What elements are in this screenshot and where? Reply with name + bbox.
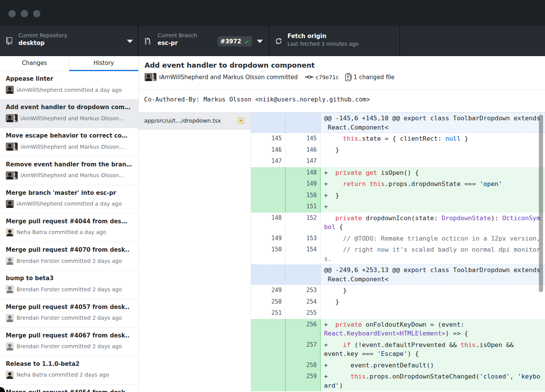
diff-old-line-number: 147 [251,156,286,167]
diff-row-context[interactable]: 148152 private dropdownIcon(state: Dropd… [251,213,545,233]
fetch-origin-button[interactable]: Fetch origin Last fetched 3 minutes ago [269,26,400,56]
diff-new-line-number [286,113,321,133]
diff-new-line-number: 153 [286,233,321,244]
tab-bar: Changes History [0,56,138,71]
commit-item-meta: Brendan Forster committed 2 days ago [6,285,133,293]
diff-scrollbar-thumb[interactable] [539,115,543,292]
commit-list-item[interactable]: Merge pull request #4070 from desk..Bren… [0,242,138,271]
file-modified-icon [238,117,244,124]
diff-code: @@ -249,6 +253,13 @@ export class Toolba… [321,265,545,284]
diff-new-line-number: 254 [286,296,321,308]
tab-changes[interactable]: Changes [0,56,69,71]
close-button[interactable] [8,10,16,17]
commit-item-meta: iAmWillShepherd and Markus Olsson… [6,171,133,179]
avatar [6,257,14,265]
diff-new-line-number: 259 [286,371,321,391]
commit-item-avatars [6,171,18,179]
commit-list-item[interactable]: Remove event handler from the bran…iAmWi… [0,157,138,185]
commit-item-meta: iAmWillShepherd and Markus Olsson… [6,114,133,122]
diff-new-line-number: 258 [286,360,321,371]
commit-list-item[interactable]: Merge branch 'master' into esc-priAmWill… [0,185,138,214]
avatar [6,86,14,94]
branch-dropdown-button[interactable]: Current Branch esc-pr #3972 [138,26,269,56]
traffic-lights [8,10,40,17]
diff-row-add[interactable]: 149+ return this.props.dropdownState ===… [251,178,545,190]
diff-old-line-number [251,371,286,391]
avatar [6,200,14,208]
fetch-title: Fetch origin [287,32,359,40]
changed-file-path: app/src/ui/t…/dropdown.tsx [144,118,234,124]
diff-row-context[interactable]: 149153 // @TODO: Remake triangle octicon… [251,233,545,244]
diff-old-line-number [251,265,286,284]
commit-list-item[interactable]: Merge pull request #4057 from desk..Bren… [0,299,138,328]
commit-item-meta: Neha Batra committed a day ago [6,228,133,236]
diff-row-context[interactable]: 147147 [251,156,545,167]
diff-old-line-number: 149 [251,233,286,244]
commit-history-list: Appease linteriAmWillShepherd committed … [0,71,138,392]
diff-code: // right now it's scaled badly on normal… [321,244,545,264]
commit-list-item[interactable]: Move escape behavior to correct co…iAmWi… [0,128,138,156]
tab-history[interactable]: History [69,56,138,71]
commit-list-item[interactable]: bump to beta3Brendan Forster committed 2… [0,271,138,299]
commit-item-avatars [6,86,14,94]
repository-dropdown-button[interactable]: Current Repository desktop [0,26,138,56]
zoom-button[interactable] [33,10,40,17]
commit-list-item[interactable]: Release to 1.1.0-beta2Neha Batra committ… [0,356,138,385]
diff-row-add[interactable]: 151+ [251,201,545,213]
commit-sha: c79e71c [316,74,339,80]
check-icon [244,39,249,45]
git-commit-icon [305,74,314,80]
diff-code: } [321,285,545,296]
diff-row-add[interactable]: 258+ event.preventDefault() [251,360,545,371]
diff-old-line-number: 146 [251,145,286,156]
avatar [6,342,14,350]
diff-row-context[interactable]: 249253 } [251,285,545,296]
minimize-button[interactable] [21,10,28,17]
commit-item-title: Move escape behavior to correct co… [6,132,133,140]
diff-row-context[interactable]: 251255 [251,307,545,319]
diff-new-line-number: 257 [286,339,321,360]
diff-new-line-number: 154 [286,244,321,264]
diff-code: + this.props.onDropdownStateChanged('clo… [321,371,545,391]
diff-row-add[interactable]: 259+ this.props.onDropdownStateChanged('… [251,371,545,391]
changed-files-and-diff: app/src/ui/t…/dropdown.tsx @@ -145,6 +14… [139,113,545,392]
diff-code [321,307,545,319]
pr-number: #3972 [220,38,241,45]
commit-list-item[interactable]: Add event handler to dropdown com…iAmWil… [0,100,138,128]
commit-item-byline: iAmWillShepherd committed a day ago [17,201,122,207]
diff-old-line-number [251,167,286,179]
diff-old-line-number: 150 [251,244,286,264]
commit-list-item[interactable]: Merge pull request #4044 from des…Neha B… [0,214,138,242]
commit-item-byline: Brendan Forster committed 2 days ago [17,258,122,264]
diff-new-line-number [286,265,321,284]
diff-code: + [321,201,545,213]
diff-row-context[interactable]: 146146 } [251,145,545,156]
diff-new-line-number: 255 [286,307,321,319]
commit-list-item[interactable]: Merge pull request #4067 from desk..Bren… [0,328,138,356]
diff-row-context[interactable]: 250254 } [251,296,545,308]
changed-file-item[interactable]: app/src/ui/t…/dropdown.tsx [139,113,251,130]
diff-row-hunk: @@ -145,6 +145,10 @@ export class Toolba… [251,113,545,133]
changed-files-list: app/src/ui/t…/dropdown.tsx [139,113,251,392]
diff-row-add[interactable]: 256+ private onFoldoutKeyDown = (event:R… [251,319,545,339]
diff-code: // @TODO: Remake triangle octicon in a 1… [321,233,545,244]
commit-list-item[interactable]: Appease linteriAmWillShepherd committed … [0,71,138,100]
diff-code: } [321,296,545,308]
commit-list-item[interactable]: Merge pull request #4054 from desk.. [0,385,138,392]
diff-row-add[interactable]: 150+ } [251,190,545,201]
commit-item-avatars [6,114,18,122]
commit-item-meta: iAmWillShepherd committed a day ago [6,200,133,208]
diff-row-add[interactable]: 148+ private get isOpen() { [251,167,545,179]
avatar [6,285,14,293]
diff-icon [345,73,352,81]
diff-new-line-number: 147 [286,156,321,167]
diff-row-add[interactable]: 257+ if (!event.defaultPrevented && this… [251,339,545,360]
diff-code: } [321,145,545,156]
diff-code: + event.preventDefault() [321,360,545,371]
diff-row-context[interactable]: 145145 this.state = { clientRect: null } [251,133,545,145]
diff-old-line-number: 249 [251,285,286,296]
diff-row-context[interactable]: 150154 // right now it's scaled badly on… [251,244,545,264]
sync-icon [275,37,282,45]
commit-item-byline: Brendan Forster committed 2 days ago [17,286,122,292]
commit-meta: iAmWillShepherd and Markus Olsson commit… [145,73,541,81]
